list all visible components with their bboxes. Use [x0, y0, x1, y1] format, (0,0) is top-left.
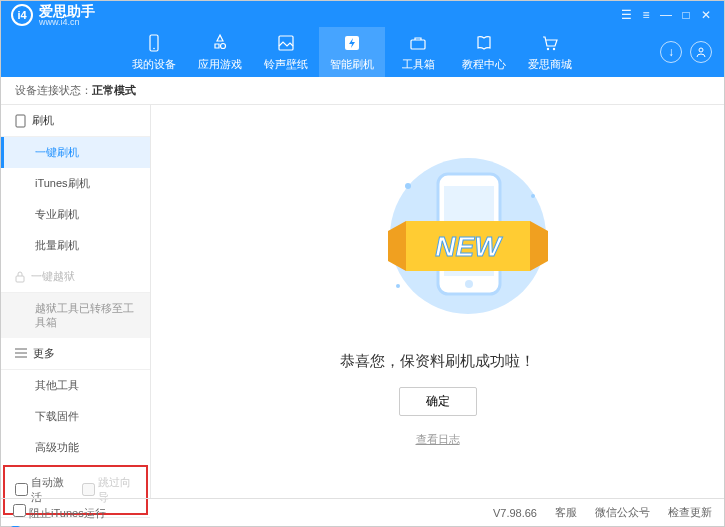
menu-my-device[interactable]: 我的设备 [121, 27, 187, 77]
svg-point-6 [547, 48, 549, 50]
svg-text:NEW: NEW [435, 231, 503, 262]
menu-label: 教程中心 [462, 57, 506, 72]
menu-label: 铃声壁纸 [264, 57, 308, 72]
footer: 阻止iTunes运行 V7.98.66 客服 微信公众号 检查更新 [1, 498, 724, 526]
book-icon [473, 32, 495, 54]
download-button[interactable]: ↓ [660, 41, 682, 63]
toolbox-icon [407, 32, 429, 54]
menu-label: 爱思商城 [528, 57, 572, 72]
sidebar: 刷机 一键刷机 iTunes刷机 专业刷机 批量刷机 一键越狱 越狱工具已转移至… [1, 105, 151, 498]
body: 刷机 一键刷机 iTunes刷机 专业刷机 批量刷机 一键越狱 越狱工具已转移至… [1, 105, 724, 498]
menu-tutorial[interactable]: 教程中心 [451, 27, 517, 77]
logo-icon: i4 [11, 4, 33, 26]
app-window: i4 爱思助手 www.i4.cn ☰ ≡ — □ ✕ 我的设备 [0, 0, 725, 527]
svg-point-1 [153, 48, 155, 50]
sidebar-section-more[interactable]: 更多 [1, 338, 150, 370]
status-prefix: 设备连接状态： [15, 84, 92, 96]
sidebar-item-advanced[interactable]: 高级功能 [1, 432, 150, 463]
phone-icon [143, 32, 165, 54]
svg-point-18 [465, 280, 473, 288]
success-illustration: NEW [358, 156, 518, 336]
svg-point-24 [531, 194, 535, 198]
cart-icon [539, 32, 561, 54]
svg-rect-9 [16, 115, 25, 127]
user-button[interactable] [690, 41, 712, 63]
menu-label: 应用游戏 [198, 57, 242, 72]
section-title: 更多 [33, 346, 55, 361]
footer-support[interactable]: 客服 [555, 505, 577, 520]
list-icon [15, 348, 27, 358]
footer-update[interactable]: 检查更新 [668, 505, 712, 520]
minimize-icon[interactable]: — [658, 7, 674, 23]
phone-small-icon [15, 114, 26, 128]
section-title: 一键越狱 [31, 269, 75, 284]
svg-point-2 [221, 44, 226, 49]
flash-icon [341, 32, 363, 54]
sidebar-item-download-firmware[interactable]: 下载固件 [1, 401, 150, 432]
app-name: 爱思助手 [39, 4, 95, 18]
logo: i4 爱思助手 www.i4.cn [11, 4, 95, 27]
svg-rect-10 [16, 276, 24, 282]
app-url: www.i4.cn [39, 18, 95, 27]
svg-rect-5 [411, 40, 425, 49]
status-value: 正常模式 [92, 84, 136, 96]
success-message: 恭喜您，保资料刷机成功啦！ [340, 352, 535, 371]
footer-wechat[interactable]: 微信公众号 [595, 505, 650, 520]
section-title: 刷机 [32, 113, 54, 128]
sidebar-item-batch-flash[interactable]: 批量刷机 [1, 230, 150, 261]
svg-rect-3 [279, 36, 293, 50]
ok-button[interactable]: 确定 [399, 387, 477, 416]
maximize-icon[interactable]: □ [678, 7, 694, 23]
menu-label: 我的设备 [132, 57, 176, 72]
sidebar-item-other-tools[interactable]: 其他工具 [1, 370, 150, 401]
lock-icon [15, 271, 25, 283]
menu-apps[interactable]: 应用游戏 [187, 27, 253, 77]
svg-point-7 [553, 48, 555, 50]
sidebar-section-flash[interactable]: 刷机 [1, 105, 150, 137]
menu-ringtones[interactable]: 铃声壁纸 [253, 27, 319, 77]
apps-icon [209, 32, 231, 54]
menu-store[interactable]: 爱思商城 [517, 27, 583, 77]
menu-icon[interactable]: ☰ [618, 7, 634, 23]
version-label: V7.98.66 [493, 507, 537, 519]
sidebar-item-pro-flash[interactable]: 专业刷机 [1, 199, 150, 230]
svg-point-23 [405, 183, 411, 189]
menu-flash[interactable]: 智能刷机 [319, 27, 385, 77]
menu-label: 工具箱 [402, 57, 435, 72]
sidebar-item-onekey-flash[interactable]: 一键刷机 [1, 137, 150, 168]
sidebar-jailbreak-note: 越狱工具已转移至工具箱 [1, 293, 150, 338]
header: i4 爱思助手 www.i4.cn ☰ ≡ — □ ✕ 我的设备 [1, 1, 724, 77]
top-menu: 我的设备 应用游戏 铃声壁纸 智能刷机 工具箱 教程中心 [1, 25, 724, 77]
svg-point-25 [396, 284, 400, 288]
device-status-row: 设备连接状态：正常模式 [1, 77, 724, 105]
wallpaper-icon [275, 32, 297, 54]
window-controls: ☰ ≡ — □ ✕ [618, 7, 714, 23]
close-icon[interactable]: ✕ [698, 7, 714, 23]
menu-label: 智能刷机 [330, 57, 374, 72]
svg-point-8 [699, 48, 703, 52]
title-bar: i4 爱思助手 www.i4.cn ☰ ≡ — □ ✕ [1, 1, 724, 25]
main-panel: NEW 恭喜您，保资料刷机成功啦！ 确定 查看日志 [151, 105, 724, 498]
menu-toolbox[interactable]: 工具箱 [385, 27, 451, 77]
sidebar-item-itunes-flash[interactable]: iTunes刷机 [1, 168, 150, 199]
view-log-link[interactable]: 查看日志 [416, 432, 460, 447]
sidebar-section-jailbreak: 一键越狱 [1, 261, 150, 293]
settings-icon[interactable]: ≡ [638, 7, 654, 23]
block-itunes-checkbox[interactable]: 阻止iTunes运行 [13, 504, 106, 521]
